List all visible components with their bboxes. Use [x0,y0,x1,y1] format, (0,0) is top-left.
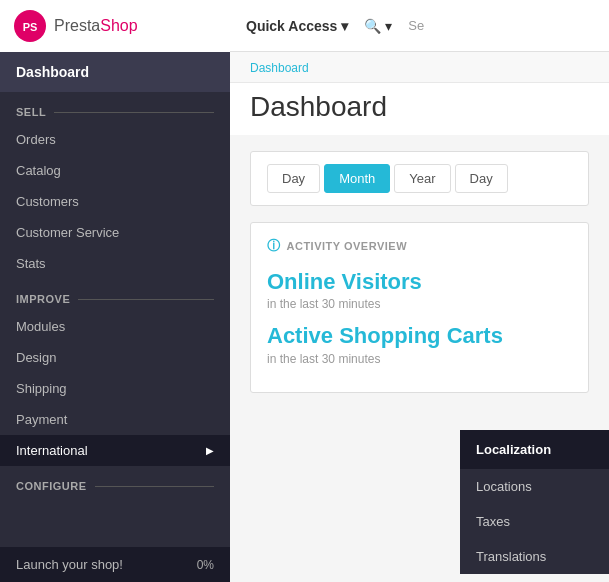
search-placeholder: Se [408,18,424,33]
main-content: Quick Access ▾ 🔍 ▾ Se Dashboard Dashboar… [230,0,609,582]
online-visitors-title[interactable]: Online Visitors [267,269,572,295]
sidebar-item-customer-service[interactable]: Customer Service [0,217,230,248]
sidebar-item-design[interactable]: Design [0,342,230,373]
sidebar-item-shipping[interactable]: Shipping [0,373,230,404]
search-button[interactable]: 🔍 ▾ [364,18,392,34]
search-icon: 🔍 [364,18,381,34]
sidebar-item-customers[interactable]: Customers [0,186,230,217]
launch-shop-label: Launch your shop! [16,557,123,572]
sidebar-footer[interactable]: Launch your shop! 0% [0,547,230,582]
breadcrumb: Dashboard [230,52,609,83]
date-btn-day1[interactable]: Day [267,164,320,193]
active-shopping-carts-subtitle: in the last 30 minutes [267,352,572,366]
activity-overview-title: ⓘ ACTIVITY OVERVIEW [267,237,572,255]
logo-text: PrestaShop [54,17,138,35]
chevron-right-icon: ▶ [206,445,214,456]
quick-access-button[interactable]: Quick Access ▾ [246,18,348,34]
sidebar-item-payment[interactable]: Payment [0,404,230,435]
sidebar-item-stats[interactable]: Stats [0,248,230,279]
date-filter-bar: Day Month Year Day [250,151,589,206]
activity-icon: ⓘ [267,237,281,255]
sidebar-item-dashboard[interactable]: Dashboard [0,52,230,92]
submenu-title: Localization [476,442,551,457]
submenu-item-translations[interactable]: Translations [460,539,609,574]
online-visitors-subtitle: in the last 30 minutes [267,297,572,311]
sidebar-section-improve: IMPROVE [0,279,230,311]
sidebar-item-international[interactable]: International ▶ [0,435,230,466]
sidebar-item-catalog[interactable]: Catalog [0,155,230,186]
quick-access-arrow-icon: ▾ [341,18,348,34]
logo-area[interactable]: PS PrestaShop [0,0,230,52]
submenu-header: Localization [460,430,609,469]
activity-overview-label: ACTIVITY OVERVIEW [287,240,408,252]
sidebar-section-sell: SELL [0,92,230,124]
sidebar-item-modules[interactable]: Modules [0,311,230,342]
svg-text:PS: PS [23,21,38,33]
sidebar-section-configure: CONFIGURE [0,466,230,498]
submenu-overlay: Localization Locations Taxes Translation… [460,430,609,574]
sidebar-item-orders[interactable]: Orders [0,124,230,155]
sidebar: PS PrestaShop Dashboard SELL Orders Cata… [0,0,230,582]
date-btn-year[interactable]: Year [394,164,450,193]
quick-access-label: Quick Access [246,18,337,34]
submenu-item-locations[interactable]: Locations [460,469,609,504]
active-shopping-carts-title[interactable]: Active Shopping Carts [267,323,572,349]
activity-overview-card: ⓘ ACTIVITY OVERVIEW Online Visitors in t… [250,222,589,393]
search-dropdown-icon: ▾ [385,18,392,34]
topbar: Quick Access ▾ 🔍 ▾ Se [230,0,609,52]
page-title: Dashboard [250,91,589,123]
submenu-item-taxes[interactable]: Taxes [460,504,609,539]
page-title-area: Dashboard [230,83,609,135]
date-btn-month[interactable]: Month [324,164,390,193]
progress-badge: 0% [197,558,214,572]
breadcrumb-text[interactable]: Dashboard [250,61,309,75]
logo-icon: PS [14,10,46,42]
date-btn-day2[interactable]: Day [455,164,508,193]
